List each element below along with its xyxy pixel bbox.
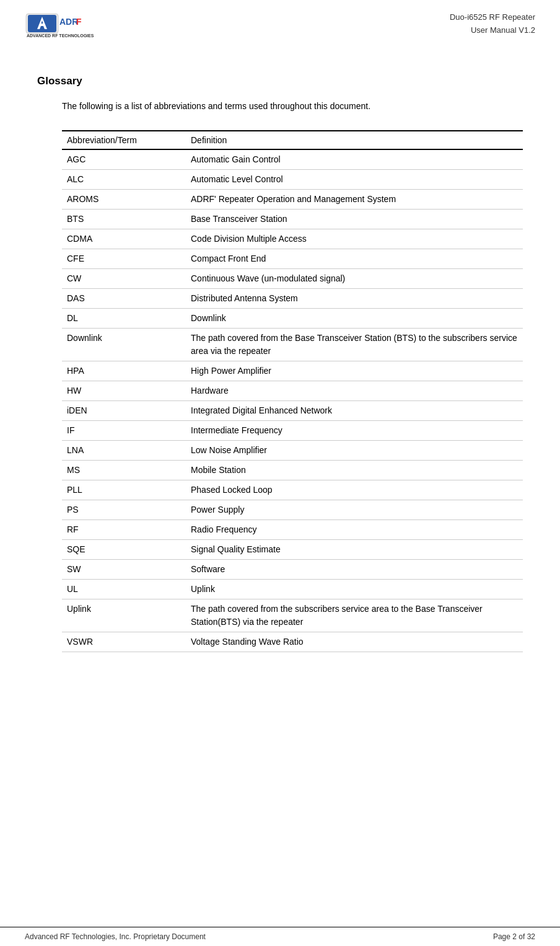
definition-cell: Signal Quality Estimate xyxy=(186,540,523,560)
table-row: LNALow Noise Amplifier xyxy=(62,441,523,461)
term-cell: CDMA xyxy=(62,229,186,249)
term-cell: iDEN xyxy=(62,401,186,421)
table-row: CWContinuous Wave (un-modulated signal) xyxy=(62,269,523,289)
section-title: Glossary xyxy=(37,75,523,87)
table-row: DownlinkThe path covered from the Base T… xyxy=(62,329,523,361)
term-cell: PLL xyxy=(62,480,186,500)
definition-cell: Radio Frequency xyxy=(186,520,523,540)
definition-cell: Intermediate Frequency xyxy=(186,421,523,441)
definition-cell: Automatic Gain Control xyxy=(186,149,523,170)
term-cell: PS xyxy=(62,500,186,520)
term-cell: RF xyxy=(62,520,186,540)
table-row: MSMobile Station xyxy=(62,461,523,480)
table-row: HPAHigh Power Amplifier xyxy=(62,361,523,381)
definition-cell: Hardware xyxy=(186,381,523,401)
table-row: SWSoftware xyxy=(62,560,523,580)
svg-text:ADVANCED RF TECHNOLOGIES: ADVANCED RF TECHNOLOGIES xyxy=(27,33,94,38)
definition-cell: Distributed Antenna System xyxy=(186,289,523,309)
term-cell: Uplink xyxy=(62,599,186,632)
svg-text:ADR: ADR xyxy=(59,17,78,27)
definition-cell: Automatic Level Control xyxy=(186,170,523,190)
term-cell: DAS xyxy=(62,289,186,309)
table-row: CFECompact Front End xyxy=(62,249,523,269)
doc-title-line1: Duo-i6525 RF Repeater xyxy=(450,11,535,24)
definition-cell: Low Noise Amplifier xyxy=(186,441,523,461)
col-term-header: Abbreviation/Term xyxy=(62,131,186,149)
definition-cell: Continuous Wave (un-modulated signal) xyxy=(186,269,523,289)
definition-cell: Uplink xyxy=(186,580,523,599)
table-row: AROMSADRF' Repeater Operation and Manage… xyxy=(62,190,523,210)
table-row: ULUplink xyxy=(62,580,523,599)
definition-cell: Mobile Station xyxy=(186,461,523,480)
col-definition-header: Definition xyxy=(186,131,523,149)
table-row: UplinkThe path covered from the subscrib… xyxy=(62,599,523,632)
term-cell: HPA xyxy=(62,361,186,381)
table-row: HWHardware xyxy=(62,381,523,401)
term-cell: BTS xyxy=(62,210,186,229)
definition-cell: ADRF' Repeater Operation and Management … xyxy=(186,190,523,210)
main-content: Glossary The following is a list of abbr… xyxy=(0,50,560,927)
table-row: PLLPhased Locked Loop xyxy=(62,480,523,500)
term-cell: VSWR xyxy=(62,632,186,652)
term-cell: ALC xyxy=(62,170,186,190)
glossary-table: Abbreviation/Term Definition AGCAutomati… xyxy=(62,130,523,652)
table-row: BTSBase Transceiver Station xyxy=(62,210,523,229)
definition-cell: Compact Front End xyxy=(186,249,523,269)
svg-text:F: F xyxy=(76,17,82,27)
page-container: ADVANCED RF TECHNOLOGIES ADR F Duo-i6525… xyxy=(0,0,560,946)
definition-cell: Base Transceiver Station xyxy=(186,210,523,229)
definition-cell: Downlink xyxy=(186,309,523,329)
definition-cell: Integrated Digital Enhanced Network xyxy=(186,401,523,421)
table-header-row: Abbreviation/Term Definition xyxy=(62,131,523,149)
table-row: AGCAutomatic Gain Control xyxy=(62,149,523,170)
definition-cell: Code Division Multiple Access xyxy=(186,229,523,249)
definition-cell: Voltage Standing Wave Ratio xyxy=(186,632,523,652)
footer: Advanced RF Technologies, Inc. Proprieta… xyxy=(0,927,560,946)
definition-cell: The path covered from the subscribers se… xyxy=(186,599,523,632)
term-cell: IF xyxy=(62,421,186,441)
term-cell: MS xyxy=(62,461,186,480)
table-row: PSPower Supply xyxy=(62,500,523,520)
term-cell: SQE xyxy=(62,540,186,560)
term-cell: Downlink xyxy=(62,329,186,361)
footer-left: Advanced RF Technologies, Inc. Proprieta… xyxy=(25,932,206,941)
table-row: iDENIntegrated Digital Enhanced Network xyxy=(62,401,523,421)
header-title: Duo-i6525 RF Repeater User Manual V1.2 xyxy=(450,11,535,37)
term-cell: LNA xyxy=(62,441,186,461)
table-row: IFIntermediate Frequency xyxy=(62,421,523,441)
table-row: SQESignal Quality Estimate xyxy=(62,540,523,560)
term-cell: AROMS xyxy=(62,190,186,210)
table-row: VSWRVoltage Standing Wave Ratio xyxy=(62,632,523,652)
term-cell: HW xyxy=(62,381,186,401)
table-row: RFRadio Frequency xyxy=(62,520,523,540)
definition-cell: Power Supply xyxy=(186,500,523,520)
term-cell: DL xyxy=(62,309,186,329)
table-row: CDMACode Division Multiple Access xyxy=(62,229,523,249)
term-cell: UL xyxy=(62,580,186,599)
logo: ADVANCED RF TECHNOLOGIES ADR F xyxy=(25,11,99,44)
intro-text: The following is a list of abbreviations… xyxy=(62,100,523,113)
table-row: ALCAutomatic Level Control xyxy=(62,170,523,190)
header: ADVANCED RF TECHNOLOGIES ADR F Duo-i6525… xyxy=(0,0,560,50)
doc-title-line2: User Manual V1.2 xyxy=(450,24,535,37)
definition-cell: Phased Locked Loop xyxy=(186,480,523,500)
footer-right: Page 2 of 32 xyxy=(493,932,535,941)
definition-cell: The path covered from the Base Transceiv… xyxy=(186,329,523,361)
term-cell: CW xyxy=(62,269,186,289)
term-cell: CFE xyxy=(62,249,186,269)
term-cell: SW xyxy=(62,560,186,580)
table-row: DLDownlink xyxy=(62,309,523,329)
definition-cell: High Power Amplifier xyxy=(186,361,523,381)
term-cell: AGC xyxy=(62,149,186,170)
definition-cell: Software xyxy=(186,560,523,580)
table-row: DASDistributed Antenna System xyxy=(62,289,523,309)
